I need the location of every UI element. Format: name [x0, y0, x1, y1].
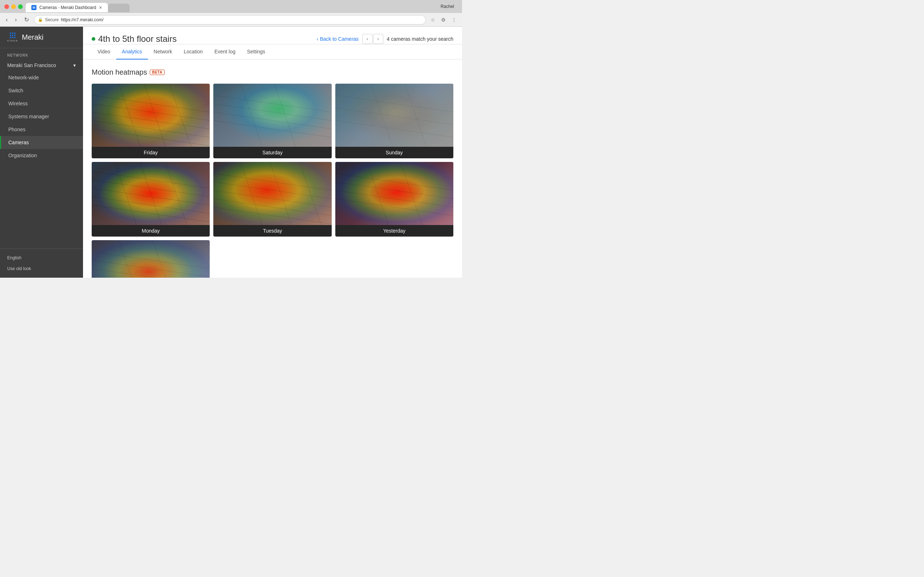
- heatmap-monday-canvas: [92, 162, 210, 225]
- svg-line-29: [213, 190, 331, 207]
- prev-camera-button[interactable]: ‹: [362, 34, 373, 44]
- sidebar-item-switch[interactable]: Switch: [0, 84, 83, 97]
- sidebar-item-network-wide[interactable]: Network-wide: [0, 71, 83, 84]
- svg-line-46: [151, 240, 176, 278]
- svg-line-45: [117, 240, 142, 278]
- refresh-button[interactable]: ↻: [22, 15, 31, 24]
- svg-line-43: [92, 269, 210, 278]
- svg-line-27: [213, 174, 331, 190]
- stairs-bg-saturday: [213, 84, 331, 147]
- heatmap-grid: Friday: [92, 84, 453, 278]
- close-window-button[interactable]: [4, 4, 9, 9]
- svg-line-35: [335, 174, 453, 190]
- svg-line-31: [213, 207, 331, 224]
- brand-name: Meraki: [22, 33, 43, 42]
- svg-line-41: [92, 252, 210, 269]
- language-label: English: [7, 255, 21, 260]
- tab-close-button[interactable]: ✕: [99, 5, 102, 10]
- cisco-logo: cisco: [7, 32, 18, 42]
- app-layout: cisco Meraki NETWORK Meraki San Francisc…: [0, 27, 462, 278]
- heatmap-saturday-canvas: [213, 84, 331, 147]
- next-camera-button[interactable]: ›: [373, 34, 383, 44]
- svg-line-3: [92, 121, 210, 137]
- stairs-bg-monday: [92, 162, 210, 225]
- back-to-cameras-link[interactable]: ‹ Back to Cameras: [317, 36, 359, 42]
- sidebar-item-cameras[interactable]: Cameras: [0, 136, 83, 149]
- svg-line-17: [369, 84, 394, 147]
- language-button[interactable]: English: [0, 253, 83, 263]
- tab-favicon: M: [31, 5, 36, 10]
- sidebar-item-label: Switch: [8, 88, 23, 93]
- section-title-text: Motion heatmaps: [92, 68, 147, 76]
- minimize-window-button[interactable]: [11, 4, 16, 9]
- browser-user: Rachel: [441, 4, 454, 9]
- heatmap-today-canvas: [92, 240, 210, 278]
- sidebar-item-label: Systems manager: [8, 114, 49, 119]
- svg-line-8: [213, 95, 331, 112]
- stair-svg-yesterday: [335, 162, 453, 225]
- chevron-left-icon: ‹: [317, 36, 319, 42]
- stair-svg-friday: [92, 84, 210, 147]
- page-tabs: Video Analytics Network Location Event l…: [83, 44, 462, 60]
- heatmap-monday[interactable]: Monday: [92, 162, 210, 237]
- search-count: 4 cameras match your search: [387, 36, 453, 42]
- svg-line-38: [335, 199, 453, 216]
- sidebar-item-label: Wireless: [8, 101, 28, 106]
- svg-line-42: [92, 260, 210, 277]
- svg-line-37: [335, 190, 453, 207]
- maximize-window-button[interactable]: [18, 4, 23, 9]
- menu-button[interactable]: ⋮: [450, 16, 459, 24]
- svg-line-18: [403, 84, 428, 147]
- svg-line-9: [213, 103, 331, 121]
- sidebar-item-phones[interactable]: Phones: [0, 123, 83, 136]
- stairs-bg-today: [92, 240, 210, 278]
- svg-line-22: [92, 197, 210, 213]
- tab-event-log[interactable]: Event log: [208, 44, 241, 60]
- heatmap-saturday[interactable]: Saturday: [213, 84, 331, 158]
- back-button[interactable]: ‹: [3, 15, 10, 24]
- sidebar-network-select[interactable]: Meraki San Francisco ▾: [0, 60, 83, 71]
- sidebar-item-wireless[interactable]: Wireless: [0, 97, 83, 110]
- content-area: Motion heatmaps BETA: [83, 60, 462, 278]
- stairs-bg-sunday: [335, 84, 453, 147]
- tab-analytics[interactable]: Analytics: [116, 44, 148, 60]
- browser-chrome: M Cameras - Meraki Dashboard ✕ Rachel ‹ …: [0, 0, 462, 27]
- sidebar-item-label: Phones: [8, 127, 25, 132]
- heatmap-friday-canvas: [92, 84, 210, 147]
- sidebar-item-organization[interactable]: Organization: [0, 149, 83, 162]
- heatmap-tuesday[interactable]: Tuesday: [213, 162, 331, 237]
- tab-settings[interactable]: Settings: [241, 44, 271, 60]
- extensions-button[interactable]: ⚙: [439, 16, 447, 24]
- svg-line-20: [92, 180, 210, 197]
- forward-button[interactable]: ›: [13, 15, 19, 24]
- sidebar: cisco Meraki NETWORK Meraki San Francisc…: [0, 27, 83, 278]
- svg-line-0: [92, 95, 210, 112]
- sidebar-item-systems-manager[interactable]: Systems manager: [0, 110, 83, 123]
- svg-line-36: [335, 182, 453, 199]
- sidebar-item-label: Organization: [8, 153, 37, 158]
- svg-line-14: [335, 95, 453, 112]
- tab-network[interactable]: Network: [148, 44, 178, 60]
- browser-titlebar: M Cameras - Meraki Dashboard ✕ Rachel: [0, 0, 462, 13]
- svg-line-40: [399, 162, 424, 225]
- heatmap-yesterday-canvas: [335, 162, 453, 225]
- inactive-browser-tab[interactable]: [108, 3, 129, 12]
- tab-location[interactable]: Location: [178, 44, 208, 60]
- sidebar-section-label: NETWORK: [0, 48, 83, 60]
- svg-line-34: [298, 162, 323, 225]
- address-bar[interactable]: 🔒 Secure https://n7.meraki.com/: [34, 15, 426, 24]
- heatmap-sunday[interactable]: Sunday: [335, 84, 453, 158]
- heatmap-yesterday[interactable]: Yesterday: [335, 162, 453, 237]
- bookmark-button[interactable]: ☆: [429, 16, 437, 24]
- old-look-button[interactable]: Use old look: [0, 263, 83, 274]
- browser-toolbar: ‹ › ↻ 🔒 Secure https://n7.meraki.com/ ☆ …: [0, 13, 462, 27]
- svg-line-10: [213, 112, 331, 129]
- sidebar-brand: cisco Meraki: [0, 27, 83, 48]
- active-browser-tab[interactable]: M Cameras - Meraki Dashboard ✕: [26, 3, 108, 12]
- heatmap-today[interactable]: Today: [92, 240, 210, 278]
- heatmap-friday[interactable]: Friday: [92, 84, 210, 158]
- svg-line-21: [92, 188, 210, 205]
- sidebar-footer: English Use old look: [0, 248, 83, 278]
- tab-video[interactable]: Video: [92, 44, 116, 60]
- stair-svg-tuesday: [213, 162, 331, 225]
